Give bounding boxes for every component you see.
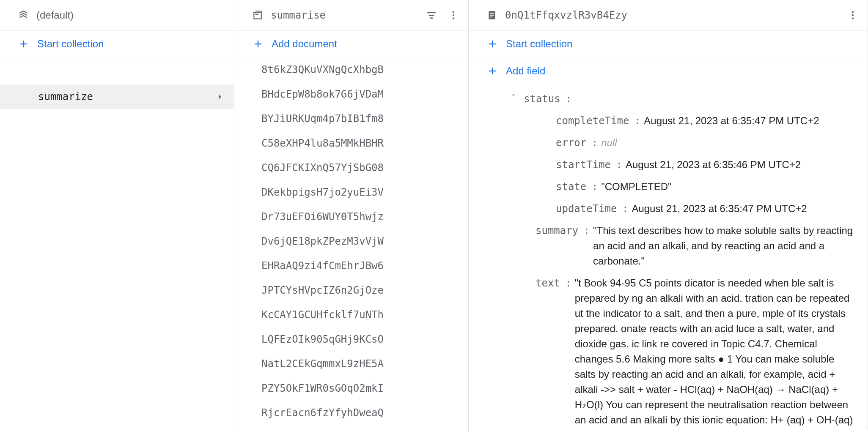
filter-icon[interactable]	[426, 10, 437, 21]
field-text[interactable]: text "t Book 94-95 C5 points dicator is …	[469, 272, 868, 431]
document-item[interactable]: KcCAY1GCUHfcklf7uNTh	[234, 303, 468, 327]
field-error[interactable]: error null	[469, 132, 868, 154]
svg-rect-3	[430, 17, 433, 19]
field-key: completeTime	[556, 113, 640, 128]
more-vert-icon[interactable]	[847, 10, 858, 21]
field-value: null	[601, 135, 617, 150]
svg-point-11	[852, 11, 854, 13]
start-collection-button[interactable]: Start collection	[0, 30, 234, 57]
chevron-right-icon	[215, 92, 225, 101]
panel-header-root[interactable]: (default)	[0, 0, 234, 30]
field-state[interactable]: state "COMPLETED"	[469, 176, 868, 198]
document-item[interactable]: C58eXHP4lu8a5MMkHBHR	[234, 131, 468, 155]
field-key: status	[524, 91, 571, 106]
fields-list: status completeTime August 21, 2023 at 6…	[469, 85, 868, 431]
document-item[interactable]: BHdcEpW8b8ok7G6jVDaM	[234, 82, 468, 106]
field-updateTime[interactable]: updateTime August 21, 2023 at 6:35:47 PM…	[469, 198, 868, 220]
field-key: state	[556, 179, 597, 194]
collections-panel: (default) Start collection summarize	[0, 0, 234, 431]
field-status[interactable]: status	[469, 88, 868, 110]
panel-header-document[interactable]: 0nQ1tFfqxvzlR3vB4Ezy	[469, 0, 868, 30]
document-item[interactable]: NatL2CEkGqmmxL9zHE5A	[234, 352, 468, 376]
field-key: updateTime	[556, 201, 627, 216]
field-key: startTime	[556, 157, 621, 172]
document-item[interactable]: LQFEzOIk905qGHj9KCsO	[234, 327, 468, 352]
start-collection-button-doc[interactable]: Start collection	[469, 30, 868, 57]
field-key: error	[556, 135, 597, 150]
document-item[interactable]: Dr73uEFOi6WUY0T5hwjz	[234, 205, 468, 229]
field-key: summary	[536, 223, 589, 238]
svg-rect-1	[427, 12, 436, 13]
document-item[interactable]: RjcrEacn6fzYfyhDweaQ	[234, 401, 468, 425]
svg-rect-8	[490, 13, 494, 14]
field-value: "t Book 94-95 C5 points dicator is neede…	[575, 276, 856, 431]
document-item[interactable]: 8t6kZ3QKuVXNgQcXhbgB	[234, 57, 468, 82]
plus-icon	[486, 38, 498, 50]
field-value: "COMPLETED"	[601, 179, 671, 194]
collection-name: summarize	[38, 91, 215, 103]
document-item[interactable]: CQ6JFCKIXnQ57YjSbG08	[234, 155, 468, 180]
add-document-button[interactable]: Add document	[234, 30, 468, 57]
svg-rect-9	[490, 14, 494, 15]
svg-rect-10	[490, 16, 492, 17]
collection-title: summarise	[271, 9, 415, 21]
document-icon	[486, 10, 497, 21]
database-root-icon	[18, 10, 29, 21]
field-completeTime[interactable]: completeTime August 21, 2023 at 6:35:47 …	[469, 110, 868, 132]
document-title: 0nQ1tFfqxvzlR3vB4Ezy	[505, 9, 836, 21]
svg-point-13	[852, 17, 854, 19]
expand-down-icon[interactable]	[508, 91, 519, 99]
start-collection-label: Start collection	[506, 38, 572, 50]
root-title: (default)	[36, 9, 225, 21]
document-item[interactable]: DKekbpigsH7jo2yuEi3V	[234, 180, 468, 205]
field-value: August 21, 2023 at 6:35:47 PM UTC+2	[644, 113, 819, 128]
svg-point-5	[453, 14, 454, 16]
plus-icon	[18, 38, 30, 50]
collection-icon	[252, 10, 263, 21]
svg-point-12	[852, 14, 854, 16]
plus-icon	[252, 38, 264, 50]
field-startTime[interactable]: startTime August 21, 2023 at 6:35:46 PM …	[469, 154, 868, 176]
svg-point-6	[453, 17, 454, 19]
field-value: August 21, 2023 at 6:35:47 PM UTC+2	[632, 201, 807, 216]
documents-panel: summarise Add document 8t6kZ3QKuVXNgQcXh…	[234, 0, 469, 431]
plus-icon	[486, 65, 498, 77]
collections-list: summarize	[0, 57, 234, 431]
field-summary[interactable]: summary "This text describes how to make…	[469, 220, 868, 272]
field-value: August 21, 2023 at 6:35:46 PM UTC+2	[626, 157, 801, 172]
field-value: "This text describes how to make soluble…	[593, 223, 856, 269]
documents-list: 8t6kZ3QKuVXNgQcXhbgBBHdcEpW8b8ok7G6jVDaM…	[234, 57, 468, 431]
document-item[interactable]: Dv6jQE18pkZPezM3vVjW	[234, 229, 468, 254]
add-field-label: Add field	[506, 65, 545, 77]
svg-rect-2	[429, 14, 434, 16]
document-item[interactable]: PZY5OkF1WR0sGOqO2mkI	[234, 376, 468, 401]
svg-point-4	[453, 11, 454, 13]
add-document-label: Add document	[272, 38, 337, 50]
document-item[interactable]: BYJiURKUqm4p7bIB1fm8	[234, 106, 468, 131]
document-item[interactable]: EHRaAQ9zi4fCmEhrJBw6	[234, 254, 468, 278]
document-panel: 0nQ1tFfqxvzlR3vB4Ezy Start collection Ad…	[469, 0, 868, 431]
more-vert-icon[interactable]	[448, 10, 459, 21]
document-item[interactable]: JPTCYsHVpcIZ6n2GjOze	[234, 278, 468, 303]
start-collection-label: Start collection	[37, 38, 104, 50]
field-key: text	[536, 276, 571, 291]
panel-header-collection[interactable]: summarise	[234, 0, 468, 30]
collection-item-summarize[interactable]: summarize	[0, 85, 234, 109]
svg-rect-0	[255, 14, 259, 14]
add-field-button[interactable]: Add field	[469, 57, 868, 85]
